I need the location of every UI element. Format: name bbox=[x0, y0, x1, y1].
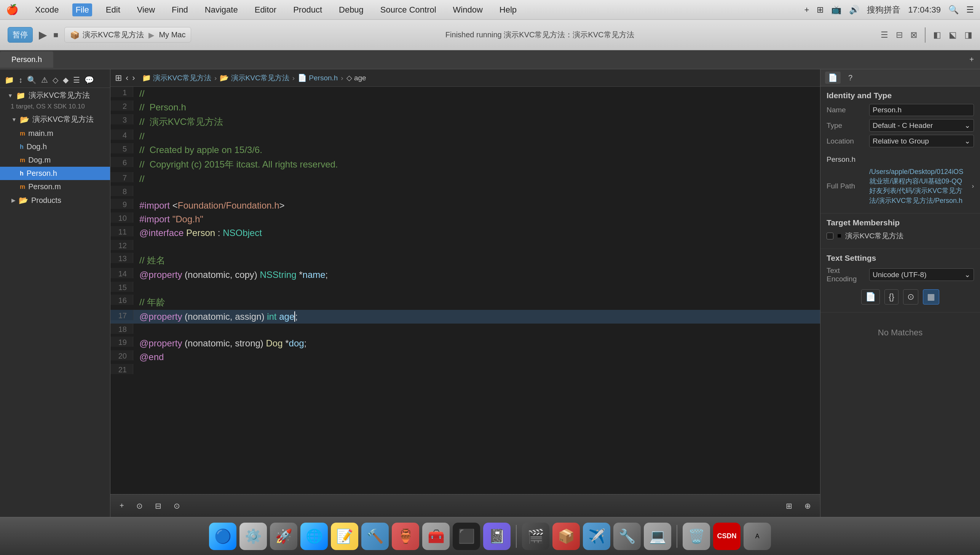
menu-editor[interactable]: Editor bbox=[252, 3, 279, 16]
menu-xcode[interactable]: Xcode bbox=[32, 3, 62, 16]
bookmark-icon[interactable]: ◇ bbox=[53, 75, 58, 85]
file-inspector-icon[interactable]: 📄 bbox=[825, 72, 840, 84]
debug-icon[interactable]: 💬 bbox=[85, 75, 94, 85]
breadcrumb-file[interactable]: 📄 Person.h bbox=[298, 74, 338, 82]
name-label: Name bbox=[826, 106, 865, 114]
zoom-button[interactable]: ⊕ bbox=[802, 500, 814, 512]
dock-extra[interactable]: A bbox=[744, 523, 771, 550]
text-format-page[interactable]: 📄 bbox=[861, 289, 880, 305]
editor-version-icon[interactable]: ⊠ bbox=[910, 30, 917, 40]
jump-button[interactable]: ⊙ bbox=[170, 500, 183, 512]
navigator-toggle[interactable]: ◧ bbox=[933, 30, 941, 40]
dock-filezilla[interactable]: 📦 bbox=[552, 523, 580, 550]
line-num-21: 21 bbox=[111, 364, 133, 374]
menu-file[interactable]: File bbox=[72, 3, 92, 16]
display-icon[interactable]: ⊞ bbox=[816, 5, 823, 15]
dock-trash[interactable]: 🗑️ bbox=[683, 523, 710, 550]
menu-view[interactable]: View bbox=[134, 3, 158, 16]
run-button[interactable]: ▶ bbox=[39, 29, 47, 41]
menu-source-control[interactable]: Source Control bbox=[377, 3, 439, 16]
editor-assistant-icon[interactable]: ⊟ bbox=[896, 30, 903, 40]
list-icon[interactable]: ☰ bbox=[966, 5, 974, 15]
split-view-bottom[interactable]: ⊞ bbox=[783, 500, 796, 512]
location-dropdown[interactable]: Relative to Group ⌄ bbox=[869, 135, 974, 147]
text-format-grid[interactable]: ▦ bbox=[923, 289, 939, 305]
dock-display[interactable]: 💻 bbox=[644, 523, 671, 550]
breadcrumb-group[interactable]: 📂 演示KVC常见方法 bbox=[220, 73, 289, 83]
dock-notes[interactable]: 📝 bbox=[331, 523, 358, 550]
pause-button[interactable]: 暂停 bbox=[8, 27, 33, 43]
encoding-dropdown[interactable]: Unicode (UTF-8) ⌄ bbox=[869, 268, 974, 281]
menu-window[interactable]: Window bbox=[450, 3, 486, 16]
input-method[interactable]: 搜狗拼音 bbox=[867, 4, 900, 16]
editor-forward-icon[interactable]: › bbox=[132, 73, 135, 83]
editor-pane: ⊞ ‹ › 📁 演示KVC常见方法 › 📂 演示KVC常见方法 › 📄 Pers… bbox=[111, 69, 820, 517]
search-nav-icon[interactable]: 🔍 bbox=[27, 75, 37, 85]
file-main-m[interactable]: m main.m bbox=[0, 127, 110, 140]
dock-launchpad[interactable]: 🚀 bbox=[270, 523, 297, 550]
warning-icon[interactable]: ⚠ bbox=[41, 75, 48, 85]
line-content-15 bbox=[133, 282, 146, 285]
editor-standard-icon[interactable]: ☰ bbox=[881, 30, 888, 40]
menu-find[interactable]: Find bbox=[168, 3, 191, 16]
target-checkbox[interactable] bbox=[826, 233, 833, 239]
dock-onenote[interactable]: 📓 bbox=[483, 523, 510, 550]
code-editor[interactable]: 1 // 2 // Person.h 3 // 演示KVC常见方法 4 // bbox=[111, 87, 820, 494]
quick-help-icon[interactable]: ? bbox=[845, 72, 855, 84]
dock-flight[interactable]: ✈️ bbox=[583, 523, 610, 550]
inspector-toggle[interactable]: ◨ bbox=[964, 30, 972, 40]
text-format-clock[interactable]: ⊙ bbox=[903, 289, 918, 305]
apple-menu[interactable]: 🍎 bbox=[6, 4, 18, 16]
type-dropdown[interactable]: Default - C Header ⌄ bbox=[869, 119, 974, 132]
dock-system-prefs[interactable]: ⚙️ bbox=[239, 523, 267, 550]
stop-button[interactable]: ■ bbox=[53, 30, 58, 40]
dock-video[interactable]: 🎬 bbox=[522, 523, 549, 550]
name-input[interactable] bbox=[869, 104, 974, 116]
file-dog-h[interactable]: h Dog.h bbox=[0, 140, 110, 153]
line-num-4: 4 bbox=[111, 130, 133, 140]
group-folder[interactable]: ▼ 📂 演示KVC常见方法 bbox=[0, 112, 110, 127]
dock-xcode[interactable]: 🔨 bbox=[361, 523, 389, 550]
file-dog-m[interactable]: m Dog.m bbox=[0, 153, 110, 167]
breadcrumb-project[interactable]: 📁 演示KVC常见方法 bbox=[142, 73, 211, 83]
file-name-person-h: Person.h bbox=[27, 169, 57, 178]
dock-finder[interactable]: 🔵 bbox=[209, 523, 236, 550]
source-control-icon[interactable]: ↕ bbox=[19, 76, 22, 85]
dock-terminal[interactable]: ⬛ bbox=[453, 523, 480, 550]
breakpoint-icon[interactable]: ◆ bbox=[63, 75, 69, 85]
view-options-button[interactable]: ⊟ bbox=[152, 500, 164, 512]
volume-icon[interactable]: 🔊 bbox=[849, 5, 859, 15]
dock-filemanager[interactable]: 🧰 bbox=[422, 523, 450, 550]
dock-safari[interactable]: 🌐 bbox=[300, 523, 328, 550]
folder-icon[interactable]: 📁 bbox=[5, 75, 14, 85]
editor-back-icon[interactable]: ‹ bbox=[126, 73, 128, 83]
active-tab[interactable]: Person.h bbox=[0, 51, 53, 68]
project-root[interactable]: ▼ 📁 演示KVC常见方法 bbox=[0, 88, 110, 103]
text-format-braces[interactable]: {} bbox=[884, 289, 898, 305]
menu-product[interactable]: Product bbox=[290, 3, 325, 16]
menu-debug[interactable]: Debug bbox=[336, 3, 367, 16]
menu-help[interactable]: Help bbox=[496, 3, 520, 16]
dock-csdn[interactable]: CSDN bbox=[713, 523, 741, 550]
report-icon[interactable]: ☰ bbox=[73, 75, 80, 85]
add-tab-icon[interactable]: + bbox=[969, 55, 980, 64]
editor-bottom-bar: + ⊙ ⊟ ⊙ ⊞ ⊕ bbox=[111, 494, 820, 517]
dock-wrench[interactable]: 🔧 bbox=[613, 523, 641, 550]
debug-toggle[interactable]: ⬕ bbox=[949, 30, 957, 40]
history-button[interactable]: ⊙ bbox=[133, 500, 146, 512]
breadcrumb-symbol[interactable]: ◇ age bbox=[346, 74, 366, 82]
dock-instruments[interactable]: 🏺 bbox=[392, 523, 419, 550]
line-num-18: 18 bbox=[111, 324, 133, 334]
build-status: Finished running 演示KVC常见方法：演示KVC常见方法 bbox=[205, 30, 874, 40]
scheme-selector[interactable]: 📦 演示KVC常见方法 ▶ My Mac bbox=[64, 27, 191, 43]
add-icon[interactable]: + bbox=[805, 5, 810, 15]
menu-navigate[interactable]: Navigate bbox=[202, 3, 241, 16]
editor-split-icon[interactable]: ⊞ bbox=[115, 73, 122, 83]
file-person-m[interactable]: m Person.m bbox=[0, 180, 110, 193]
add-file-button[interactable]: + bbox=[117, 500, 127, 512]
search-icon[interactable]: 🔍 bbox=[948, 5, 959, 15]
screen-mirror-icon[interactable]: 📺 bbox=[831, 5, 841, 15]
products-group[interactable]: ▶ 📂 Products bbox=[0, 193, 110, 207]
file-person-h[interactable]: h Person.h bbox=[0, 167, 110, 180]
menu-edit[interactable]: Edit bbox=[103, 3, 124, 16]
